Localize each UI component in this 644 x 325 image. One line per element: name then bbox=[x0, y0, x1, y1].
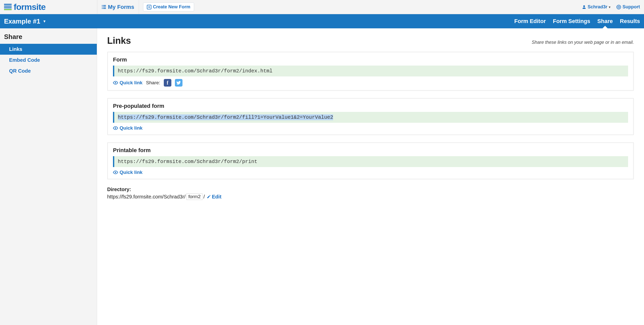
quick-link-label: Quick link bbox=[120, 125, 143, 131]
facebook-icon: f bbox=[167, 80, 168, 86]
sidebar: Share Links Embed Code QR Code bbox=[0, 28, 97, 325]
card-prepop-actions: Quick link bbox=[113, 125, 628, 131]
top-bar: formsite My Forms + Create New Form Schr… bbox=[0, 0, 644, 14]
directory-edit-link[interactable]: Edit bbox=[207, 194, 221, 200]
eye-icon bbox=[113, 81, 118, 85]
prepop-url[interactable]: https://fs29.formsite.com/Schrad3r/form2… bbox=[113, 112, 628, 123]
create-label: Create New Form bbox=[153, 4, 190, 10]
svg-point-1 bbox=[618, 6, 620, 8]
main: Links Share these links on your web page… bbox=[97, 28, 644, 325]
brand-name: formsite bbox=[14, 2, 45, 12]
form-name: Example #1 bbox=[4, 17, 40, 25]
user-menu[interactable]: Schrad3r ▾ bbox=[582, 4, 610, 10]
print-url[interactable]: https://fs29.formsite.com/Schrad3r/form2… bbox=[113, 156, 628, 167]
directory-section: Directory: https://fs29.formsite.com/Sch… bbox=[107, 187, 634, 200]
svg-point-0 bbox=[617, 5, 621, 9]
card-form: Form https://fs29.formsite.com/Schrad3r/… bbox=[107, 52, 634, 91]
form-selector[interactable]: Example #1 ▼ bbox=[4, 17, 46, 25]
svg-point-2 bbox=[115, 82, 116, 84]
card-form-actions: Quick link Share: f bbox=[113, 79, 628, 87]
svg-point-3 bbox=[115, 128, 116, 129]
top-right: Schrad3r ▾ Support bbox=[582, 4, 640, 10]
lifebuoy-icon bbox=[616, 5, 621, 9]
sidebar-item-links[interactable]: Links bbox=[0, 44, 97, 55]
quick-link-label: Quick link bbox=[120, 80, 143, 86]
directory-trail: / bbox=[203, 194, 205, 200]
body: Share Links Embed Code QR Code Links Sha… bbox=[0, 28, 644, 325]
eye-icon bbox=[113, 171, 118, 174]
directory-base: https://fs29.formsite.com/Schrad3r/ bbox=[107, 194, 186, 200]
card-print-title: Printable form bbox=[113, 147, 628, 154]
card-form-title: Form bbox=[113, 56, 628, 63]
card-prepop: Pre-populated form https://fs29.formsite… bbox=[107, 98, 634, 135]
pencil-icon bbox=[207, 195, 211, 199]
list-icon bbox=[102, 5, 106, 9]
user-icon bbox=[582, 5, 586, 9]
quick-link-label: Quick link bbox=[120, 170, 143, 175]
svg-point-4 bbox=[115, 172, 116, 173]
form-tabs: Form Editor Form Settings Share Results bbox=[514, 14, 640, 28]
tab-form-editor[interactable]: Form Editor bbox=[514, 14, 546, 28]
form-url[interactable]: https://fs29.formsite.com/Schrad3r/form2… bbox=[113, 66, 628, 76]
tab-results[interactable]: Results bbox=[620, 14, 640, 28]
user-name: Schrad3r bbox=[588, 4, 607, 10]
tab-form-settings[interactable]: Form Settings bbox=[553, 14, 590, 28]
support-label: Support bbox=[623, 4, 640, 10]
quick-link-prepop[interactable]: Quick link bbox=[113, 125, 143, 131]
quick-link-print[interactable]: Quick link bbox=[113, 170, 143, 175]
quick-link-form[interactable]: Quick link bbox=[113, 80, 143, 86]
share-twitter-button[interactable] bbox=[175, 79, 182, 87]
sidebar-item-embed-code[interactable]: Embed Code bbox=[0, 55, 97, 66]
brand-logo[interactable]: formsite bbox=[4, 2, 97, 12]
directory-label: Directory: bbox=[107, 187, 634, 192]
main-header: Links Share these links on your web page… bbox=[107, 35, 634, 46]
tab-share[interactable]: Share bbox=[597, 14, 613, 28]
directory-slug: form2 bbox=[187, 193, 202, 200]
card-print-actions: Quick link bbox=[113, 170, 628, 175]
caret-down-icon: ▾ bbox=[609, 5, 610, 9]
triangle-down-icon: ▼ bbox=[43, 19, 46, 23]
sidebar-title: Share bbox=[0, 33, 97, 44]
logo-icon bbox=[4, 4, 12, 10]
prepop-url-selected: https://fs29.formsite.com/Schrad3r/form2… bbox=[118, 114, 333, 120]
share-facebook-button[interactable]: f bbox=[164, 79, 171, 87]
twitter-icon bbox=[176, 80, 181, 85]
sidebar-item-qr-code[interactable]: QR Code bbox=[0, 66, 97, 76]
my-forms-label: My Forms bbox=[108, 4, 134, 10]
page-title: Links bbox=[107, 35, 131, 46]
card-print: Printable form https://fs29.formsite.com… bbox=[107, 142, 634, 179]
form-bar: Example #1 ▼ Form Editor Form Settings S… bbox=[0, 14, 644, 28]
share-label: Share: bbox=[146, 80, 160, 86]
my-forms-link[interactable]: My Forms bbox=[97, 0, 139, 14]
card-prepop-title: Pre-populated form bbox=[113, 103, 628, 109]
directory-url-line: https://fs29.formsite.com/Schrad3r/ form… bbox=[107, 193, 634, 200]
edit-label: Edit bbox=[212, 194, 221, 200]
page-hint: Share these links on your web page or in… bbox=[532, 40, 634, 45]
eye-icon bbox=[113, 126, 118, 130]
plus-icon: + bbox=[147, 5, 151, 9]
support-link[interactable]: Support bbox=[616, 4, 640, 10]
create-form-button[interactable]: + Create New Form bbox=[143, 3, 194, 11]
